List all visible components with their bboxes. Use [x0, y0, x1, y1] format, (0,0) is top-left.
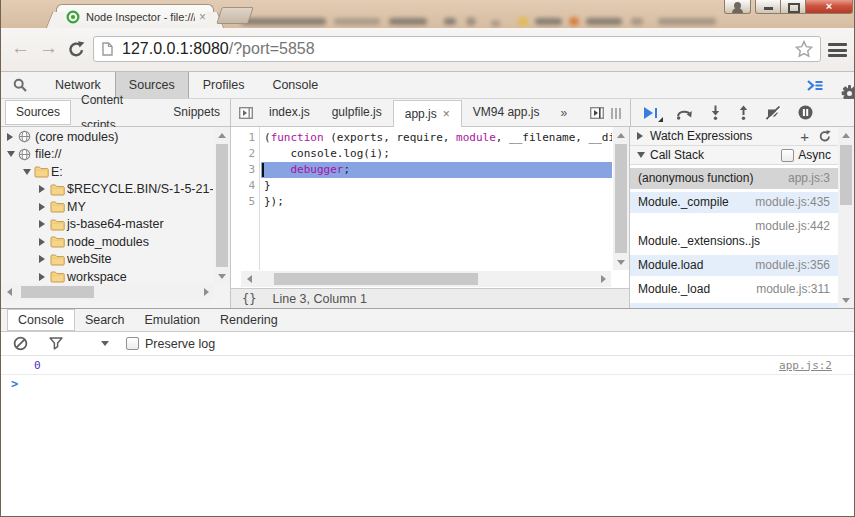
scroll-down-button[interactable] [838, 292, 854, 308]
tree-vertical-scrollbar[interactable] [214, 127, 230, 284]
step-over-button[interactable] [676, 106, 693, 120]
collapse-arrow-icon[interactable] [23, 169, 34, 175]
menu-button[interactable] [828, 43, 847, 60]
scroll-right-button[interactable] [595, 271, 611, 287]
url-text[interactable]: 127.0.0.1:8080/?port=5858 [122, 40, 315, 58]
scrollbar-thumb[interactable] [615, 144, 627, 253]
profile-button[interactable] [724, 0, 751, 14]
show-navigator-icon[interactable] [590, 107, 604, 119]
tab-close-icon[interactable]: × [199, 11, 206, 23]
editor-vertical-scrollbar[interactable] [613, 127, 629, 270]
tree-item-file[interactable]: file:// [1, 146, 213, 164]
tree-item-js-base64-master[interactable]: js-base64-master [1, 216, 213, 234]
console-tab-console[interactable]: Console [7, 309, 75, 331]
tree-item-workspace[interactable]: workspace [1, 268, 213, 286]
browser-tab[interactable]: Node Inspector - file:/// × [56, 4, 214, 28]
tree-item-e[interactable]: E: [1, 163, 213, 181]
forward-button[interactable]: → [39, 37, 58, 59]
collapse-arrow-icon[interactable] [637, 152, 650, 158]
address-bar[interactable]: 127.0.0.1:8080/?port=5858 [93, 36, 821, 62]
watch-expressions-header[interactable]: Watch Expressions + [630, 127, 838, 146]
step-out-button[interactable] [738, 105, 749, 120]
scroll-up-button[interactable] [214, 127, 230, 143]
refresh-watch-icon[interactable] [819, 130, 831, 142]
sidebar-vertical-scrollbar[interactable] [838, 127, 854, 308]
expand-arrow-icon[interactable] [39, 273, 50, 281]
scroll-left-button[interactable] [241, 271, 257, 287]
code-line[interactable]: } [261, 178, 612, 194]
resume-script-button[interactable] [644, 107, 659, 119]
call-stack-header[interactable]: Call Stack Async [630, 146, 838, 165]
minimize-button[interactable] [755, 0, 781, 14]
editor-tab-app-js[interactable]: app.js× [393, 100, 462, 127]
call-stack-frame[interactable]: app.js:3(anonymous function) [630, 168, 838, 189]
close-tab-icon[interactable]: × [443, 101, 450, 127]
pretty-print-icon[interactable]: {} [242, 292, 256, 306]
console-tab-emulation[interactable]: Emulation [134, 309, 210, 331]
console-message[interactable]: 0 app.js:2 [1, 356, 854, 375]
tree-item-core-modules[interactable]: (core modules) [1, 128, 213, 146]
async-checkbox[interactable] [781, 149, 794, 162]
devtools-tab-console[interactable]: Console [258, 72, 332, 98]
tree-item-my[interactable]: MY [1, 198, 213, 216]
context-dropdown-icon[interactable] [101, 341, 109, 346]
close-button[interactable]: × [806, 0, 853, 14]
editor-horizontal-scrollbar[interactable] [241, 271, 611, 287]
expand-arrow-icon[interactable] [7, 133, 18, 141]
new-tab-button[interactable] [216, 7, 254, 24]
panel-bars-icon[interactable] [611, 104, 623, 122]
reload-button[interactable] [67, 40, 86, 63]
scrollbar-thumb[interactable] [840, 145, 852, 205]
code-line[interactable]: console.log(i); [261, 146, 612, 162]
call-stack-frame[interactable]: module.js:311Module._load [630, 279, 838, 300]
step-into-button[interactable] [710, 105, 721, 120]
more-tabs-button[interactable]: » [560, 106, 567, 120]
toggle-drawer-icon[interactable] [806, 79, 824, 92]
navigator-tab-sources[interactable]: Sources [5, 100, 71, 125]
deactivate-breakpoints-button[interactable] [766, 106, 781, 120]
call-stack-frame[interactable]: module.js:442Module._extensions..js [630, 216, 838, 252]
tree-horizontal-scrollbar[interactable] [1, 284, 214, 300]
scrollbar-thumb[interactable] [21, 286, 94, 298]
tree-item-node-modules[interactable]: node_modules [1, 233, 213, 251]
editor-tab-index-js[interactable]: index.js [258, 99, 321, 126]
scroll-right-button[interactable] [198, 284, 214, 300]
code-line[interactable]: (function (exports, require, module, __f… [261, 130, 612, 146]
back-button[interactable]: ← [11, 37, 30, 59]
pause-on-exceptions-button[interactable] [798, 105, 813, 120]
console-tab-search[interactable]: Search [75, 309, 135, 331]
call-stack-frame[interactable]: module.js:356Module.load [630, 255, 838, 276]
code-line-execution[interactable]: debugger; [261, 162, 612, 178]
filter-icon[interactable] [49, 337, 63, 350]
expand-arrow-icon[interactable] [39, 203, 50, 211]
collapse-arrow-icon[interactable] [7, 151, 18, 157]
add-watch-icon[interactable]: + [800, 129, 809, 144]
console-tab-rendering[interactable]: Rendering [210, 309, 288, 331]
expand-arrow-icon[interactable] [39, 238, 50, 246]
bookmark-star-icon[interactable] [795, 40, 813, 58]
expand-arrow-icon[interactable] [39, 220, 50, 228]
scroll-down-button[interactable] [214, 268, 230, 284]
console-prompt[interactable]: > [1, 375, 854, 393]
scroll-up-button[interactable] [613, 127, 629, 143]
expand-arrow-icon[interactable] [637, 132, 650, 140]
code-line[interactable]: }); [261, 194, 612, 210]
console-message-source-link[interactable]: app.js:2 [779, 359, 832, 372]
hide-navigator-icon[interactable] [239, 107, 253, 119]
call-stack-frame[interactable]: module.js:435Module._compile [630, 192, 838, 213]
scroll-left-button[interactable] [1, 284, 17, 300]
scrollbar-thumb[interactable] [274, 273, 478, 285]
scroll-up-button[interactable] [838, 127, 854, 143]
preserve-log-checkbox[interactable] [126, 337, 139, 350]
editor-tab-vm94-app-js[interactable]: VM94 app.js [462, 99, 551, 126]
expand-arrow-icon[interactable] [39, 185, 50, 193]
clear-console-icon[interactable] [13, 336, 28, 351]
editor-tab-gulpfile-js[interactable]: gulpfile.js [321, 99, 393, 126]
navigator-tab-snippets[interactable]: Snippets [163, 100, 230, 125]
expand-arrow-icon[interactable] [39, 255, 50, 263]
scroll-down-button[interactable] [613, 254, 629, 270]
tree-item-website[interactable]: webSite [1, 251, 213, 269]
scrollbar-thumb[interactable] [216, 144, 228, 267]
maximize-button[interactable] [781, 0, 806, 14]
tree-item-recycle-bin-s-1-5-21-233[interactable]: $RECYCLE.BIN/S-1-5-21-233 [1, 181, 213, 199]
